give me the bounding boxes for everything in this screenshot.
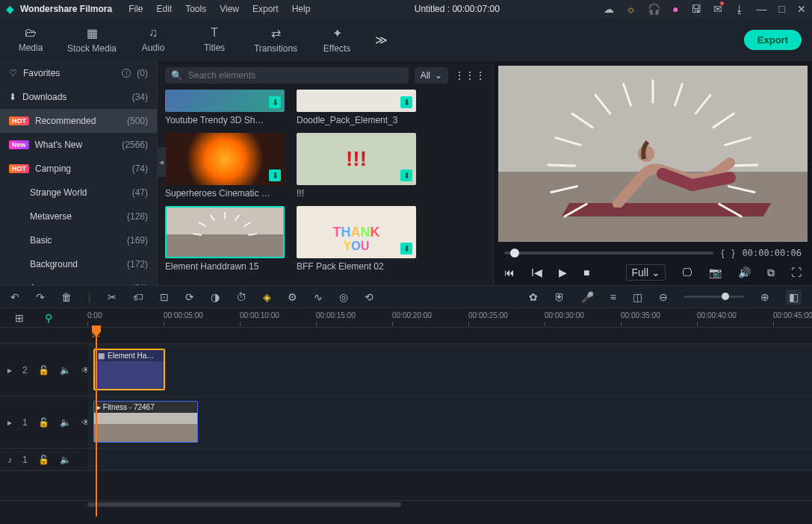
sidebar-item[interactable]: HOTCamping(74) (0, 157, 157, 181)
mark-in-icon[interactable]: { (721, 248, 724, 258)
download-icon[interactable]: ⬇ (269, 169, 281, 181)
duration-button[interactable]: ⏱ (236, 291, 247, 303)
clip-element[interactable]: ▦Element Ha… (93, 349, 165, 390)
preview-video[interactable] (498, 66, 808, 242)
sync-button[interactable]: ⟲ (365, 291, 374, 303)
keyframe-button[interactable]: ◈ (263, 291, 271, 303)
headphones-icon[interactable]: 🎧 (648, 3, 660, 15)
marker-button[interactable]: ✿ (529, 291, 538, 303)
redo-button[interactable]: ↷ (36, 291, 45, 303)
tab-effects[interactable]: ✦Effects (306, 18, 368, 61)
track-body[interactable]: ▸ Fitness - 72467 (87, 396, 812, 448)
sidebar-item[interactable]: Strange World(47) (0, 181, 157, 205)
download-icon[interactable]: ⬇ (269, 96, 281, 108)
download-icon[interactable]: ⬇ (400, 169, 412, 181)
tag-button[interactable]: 🏷 (133, 291, 143, 303)
idea-icon[interactable]: ☼ (626, 3, 636, 15)
menu-file[interactable]: File (128, 4, 143, 14)
panel-toggle-button[interactable]: ◧ (786, 290, 802, 305)
prev-frame-button[interactable]: ⏮ (504, 266, 515, 278)
volume-icon[interactable]: 🔊 (738, 266, 751, 278)
menu-edit[interactable]: Edit (156, 4, 172, 14)
adjust-button[interactable]: ⚙ (288, 291, 297, 303)
palette-icon[interactable]: ● (672, 3, 678, 15)
tab-stock-media[interactable]: ▦Stock Media (61, 18, 123, 61)
search-input[interactable] (188, 70, 403, 81)
menu-help[interactable]: Help (292, 4, 311, 14)
sidebar-item[interactable]: Background(172) (0, 252, 157, 276)
magnet-icon[interactable]: ⚲ (45, 312, 52, 324)
thumbnail[interactable]: ⬇Youtube Trendy 3D Sh… (165, 90, 285, 125)
filter-dropdown[interactable]: All⌄ (415, 67, 448, 84)
sidebar-item[interactable]: Basic(169) (0, 228, 157, 252)
quality-dropdown[interactable]: Full⌄ (626, 264, 666, 281)
ruler-ticks[interactable]: 0:0000:00:05:0000:00:10:0000:00:15:0000:… (87, 308, 812, 327)
collapse-sidebar-handle[interactable]: ◂ (157, 147, 166, 177)
sidebar-item[interactable]: ⬇Downloads(34) (0, 85, 157, 109)
lock-icon[interactable]: 🔓 (38, 417, 49, 428)
pip-icon[interactable]: ⧉ (767, 266, 775, 279)
lock-icon[interactable]: 🔓 (38, 365, 49, 375)
mute-icon[interactable]: 🔈 (60, 365, 71, 375)
fullscreen-icon[interactable]: ⛶ (791, 266, 802, 278)
fit-button[interactable]: ◫ (633, 291, 642, 303)
record-button[interactable]: ◎ (339, 291, 348, 303)
mark-out-icon[interactable]: } (732, 248, 735, 258)
thumbnail[interactable]: ⬇Doodle_Pack_Element_3 (297, 90, 416, 125)
track-body[interactable] (87, 449, 812, 470)
menu-tools[interactable]: Tools (185, 4, 206, 14)
thumbnail[interactable]: THANKYOU⬇BFF Pack Element 02 (297, 206, 416, 272)
zoom-slider[interactable] (684, 296, 744, 298)
split-button[interactable]: ✂ (108, 291, 117, 303)
display-icon[interactable]: 🖵 (682, 266, 692, 278)
sidebar-item[interactable]: Metaverse(128) (0, 205, 157, 228)
clip-video[interactable]: ▸ Fitness - 72467 (93, 401, 198, 443)
snapshot-icon[interactable]: 📷 (709, 266, 722, 278)
cloud-icon[interactable]: ☁ (604, 3, 614, 15)
thumbnail[interactable]: Element Handdrawn 15 (165, 206, 285, 272)
mute-icon[interactable]: 🔈 (60, 417, 71, 428)
maximize-icon[interactable]: □ (779, 3, 785, 15)
message-icon[interactable]: ✉ (713, 3, 722, 15)
view-grid-icon[interactable]: ⋮⋮⋮ (454, 69, 486, 81)
thumbnail[interactable]: !!!⬇!!! (297, 133, 416, 199)
shield-button[interactable]: ⛨ (554, 291, 565, 303)
tab-media[interactable]: 🗁Media (0, 18, 61, 61)
mute-icon[interactable]: 🔈 (60, 455, 71, 465)
menu-view[interactable]: View (220, 4, 239, 14)
download-icon[interactable]: ⭳ (734, 3, 745, 15)
sidebar-item[interactable]: Arrow(81) (0, 276, 157, 285)
crop-button[interactable]: ⊡ (160, 291, 169, 303)
download-icon[interactable]: ⬇ (400, 96, 412, 108)
step-back-button[interactable]: I◀ (531, 266, 542, 278)
export-button[interactable]: Export (744, 30, 802, 50)
download-icon[interactable]: ⬇ (400, 243, 412, 255)
timeline-scrollbar[interactable] (0, 500, 812, 508)
audio-eq-button[interactable]: ∿ (314, 291, 323, 303)
zoom-in-button[interactable]: ⊕ (760, 291, 769, 303)
sidebar-item[interactable]: HOTRecommended(500) (0, 109, 157, 133)
undo-button[interactable]: ↶ (10, 291, 19, 303)
mixer-button[interactable]: ≡ (610, 291, 616, 303)
playhead[interactable] (96, 327, 97, 517)
tab-titles[interactable]: TTitles (184, 18, 245, 61)
add-track-icon[interactable]: ⊞ (15, 312, 24, 324)
stop-button[interactable]: ■ (583, 266, 589, 278)
track-body[interactable]: ▦Element Ha… (87, 344, 812, 396)
tab-audio[interactable]: ♫Audio (123, 18, 184, 61)
scrub-bar[interactable] (504, 252, 713, 255)
more-tabs-icon[interactable]: ≫ (375, 33, 388, 47)
play-button[interactable]: ▶ (559, 266, 567, 278)
mic-button[interactable]: 🎤 (581, 291, 594, 303)
zoom-out-button[interactable]: ⊖ (659, 291, 668, 303)
tab-transitions[interactable]: ⇄Transitions (245, 18, 306, 61)
save-icon[interactable]: 🖫 (691, 3, 701, 15)
color-button[interactable]: ◑ (211, 291, 220, 303)
menu-export[interactable]: Export (252, 4, 279, 14)
minimize-icon[interactable]: — (757, 3, 767, 15)
speed-button[interactable]: ⟳ (185, 291, 194, 303)
close-icon[interactable]: ✕ (797, 3, 806, 15)
delete-button[interactable]: 🗑 (61, 291, 72, 303)
thumbnail[interactable]: ⬇Superheroes Cinematic … (165, 133, 285, 199)
sidebar-item[interactable]: NewWhat's New(2566) (0, 133, 157, 157)
